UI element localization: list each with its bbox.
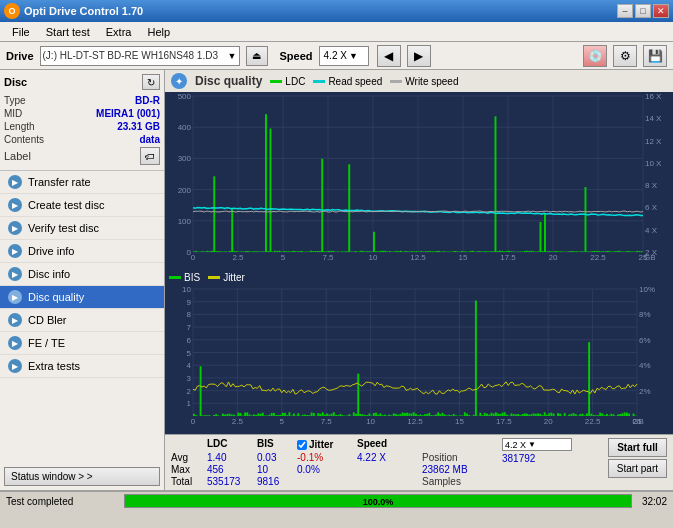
app-icon: O	[4, 3, 20, 19]
stats-header-spacer	[171, 438, 203, 451]
legend-ldc-label: LDC	[285, 76, 305, 87]
stats-speed-selector[interactable]: 4.2 X ▼	[502, 438, 572, 451]
disc-icon-button[interactable]: 💿	[583, 45, 607, 67]
nav-drive-info[interactable]: ▶ Drive info	[0, 240, 164, 263]
stats-samples-label: Samples	[422, 476, 461, 487]
maximize-button[interactable]: □	[635, 4, 651, 18]
close-button[interactable]: ✕	[653, 4, 669, 18]
legend-read-speed: Read speed	[313, 76, 382, 87]
disc-contents-row: Contents data	[4, 133, 160, 146]
nav-verify-test-disc-label: Verify test disc	[28, 222, 99, 234]
save-icon-button[interactable]: 💾	[643, 45, 667, 67]
disc-label-icon-button[interactable]: 🏷	[140, 147, 160, 165]
disc-refresh-button[interactable]: ↻	[142, 74, 160, 90]
disc-mid-row: MID MEIRA1 (001)	[4, 107, 160, 120]
nav-fe-te[interactable]: ▶ FE / TE	[0, 332, 164, 355]
drive-selector[interactable]: (J:) HL-DT-ST BD-RE WH16NS48 1.D3 ▼	[40, 46, 240, 66]
next-speed-button[interactable]: ▶	[407, 45, 431, 67]
legend-ldc: LDC	[270, 76, 305, 87]
nav-create-test-disc-label: Create test disc	[28, 199, 104, 211]
disc-length-row: Length 23.31 GB	[4, 120, 160, 133]
stats-bis-col: BIS 0.03 10 9816	[257, 438, 297, 487]
nav-extra-tests-label: Extra tests	[28, 360, 80, 372]
disc-length-label: Length	[4, 121, 35, 132]
create-test-disc-icon: ▶	[8, 198, 22, 212]
nav-drive-info-label: Drive info	[28, 245, 74, 257]
status-bar: Test completed 100.0% 32:02	[0, 490, 673, 510]
stats-bis-max: 10	[257, 464, 297, 475]
start-part-button[interactable]: Start part	[608, 459, 667, 478]
stats-total-label: Total	[171, 476, 203, 487]
legend-read-speed-label: Read speed	[328, 76, 382, 87]
speed-select-spacer: 4.2 X ▼	[502, 438, 572, 451]
nav-extra-tests[interactable]: ▶ Extra tests	[0, 355, 164, 378]
nav-fe-te-label: FE / TE	[28, 337, 65, 349]
drive-bar: Drive (J:) HL-DT-ST BD-RE WH16NS48 1.D3 …	[0, 42, 673, 70]
jitter-checkbox[interactable]	[297, 440, 307, 450]
nav-disc-quality[interactable]: ▶ Disc quality	[0, 286, 164, 309]
stats-bis-avg: 0.03	[257, 452, 297, 463]
progress-bar-container: 100.0%	[124, 494, 632, 508]
transfer-rate-icon: ▶	[8, 175, 22, 189]
stats-speed-select-value: 4.2 X	[505, 440, 526, 450]
stats-speed-header: Speed	[357, 438, 422, 451]
speed-selector[interactable]: 4.2 X ▼	[319, 46, 369, 66]
status-window-label: Status window > >	[11, 471, 93, 482]
start-buttons: Start full Start part	[608, 438, 667, 478]
stats-jitter-max: 0.0%	[297, 464, 357, 475]
nav-transfer-rate-label: Transfer rate	[28, 176, 91, 188]
disc-label-row: Label 🏷	[4, 146, 160, 166]
nav-transfer-rate[interactable]: ▶ Transfer rate	[0, 171, 164, 194]
eject-button[interactable]: ⏏	[246, 46, 268, 66]
legend-jitter: Jitter	[208, 272, 245, 283]
stats-content: Avg Max Total LDC 1.40 456 535173 BIS 0.…	[171, 438, 667, 487]
main-layout: Disc ↻ Type BD-R MID MEIRA1 (001) Length…	[0, 70, 673, 490]
stats-samples-value-col: 4.2 X ▼ 381792	[502, 438, 572, 465]
charts-container: BIS Jitter	[165, 92, 673, 434]
stats-max-label: Max	[171, 464, 203, 475]
stats-position-col: Position 23862 MB Samples	[422, 438, 502, 487]
fe-te-icon: ▶	[8, 336, 22, 350]
chart-icon: ✦	[171, 73, 187, 89]
stats-speed-avg: 4.22 X	[357, 452, 422, 463]
stats-position-header	[422, 438, 502, 451]
disc-mid-label: MID	[4, 108, 22, 119]
stats-speed-dropdown-arrow: ▼	[528, 440, 536, 449]
nav-verify-test-disc[interactable]: ▶ Verify test disc	[0, 217, 164, 240]
disc-type-value: BD-R	[135, 95, 160, 106]
disc-info-icon: ▶	[8, 267, 22, 281]
progress-text: 100.0%	[125, 495, 631, 509]
settings-icon-button[interactable]: ⚙	[613, 45, 637, 67]
legend-bis: BIS	[169, 272, 200, 283]
stats-jitter-header-row: Jitter	[297, 438, 357, 451]
stats-ldc-header: LDC	[207, 438, 257, 451]
legend-read-speed-color	[313, 80, 325, 83]
stats-avg-label: Avg	[171, 452, 203, 463]
menu-file[interactable]: File	[4, 24, 38, 40]
disc-quality-icon: ▶	[8, 290, 22, 304]
nav-cd-bler[interactable]: ▶ CD Bler	[0, 309, 164, 332]
start-full-button[interactable]: Start full	[608, 438, 667, 457]
legend-ldc-color	[270, 80, 282, 83]
nav-cd-bler-label: CD Bler	[28, 314, 67, 326]
disc-panel-header: Disc ↻	[4, 74, 160, 90]
minimize-button[interactable]: –	[617, 4, 633, 18]
bis-jitter-legend: BIS Jitter	[165, 270, 673, 285]
status-window-button[interactable]: Status window > >	[4, 467, 160, 486]
verify-test-disc-icon: ▶	[8, 221, 22, 235]
nav-create-test-disc[interactable]: ▶ Create test disc	[0, 194, 164, 217]
menu-start-test[interactable]: Start test	[38, 24, 98, 40]
stats-ldc-total: 535173	[207, 476, 257, 487]
stats-position-value: 23862 MB	[422, 464, 502, 475]
prev-speed-button[interactable]: ◀	[377, 45, 401, 67]
menu-help[interactable]: Help	[139, 24, 178, 40]
menu-bar: File Start test Extra Help	[0, 22, 673, 42]
disc-title: Disc	[4, 76, 27, 88]
nav-disc-info-label: Disc info	[28, 268, 70, 280]
menu-extra[interactable]: Extra	[98, 24, 140, 40]
extra-tests-icon: ▶	[8, 359, 22, 373]
disc-length-value: 23.31 GB	[117, 121, 160, 132]
nav-disc-info[interactable]: ▶ Disc info	[0, 263, 164, 286]
stats-ldc-col: LDC 1.40 456 535173	[207, 438, 257, 487]
stats-bis-total: 9816	[257, 476, 297, 487]
